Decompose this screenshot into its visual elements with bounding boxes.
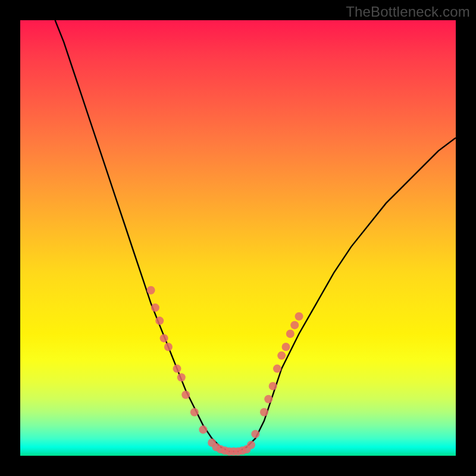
data-marker <box>160 334 168 342</box>
data-marker <box>190 408 199 416</box>
data-marker <box>199 425 207 434</box>
bottleneck-curve <box>55 20 456 452</box>
chart-svg <box>20 20 456 456</box>
data-marker <box>155 317 164 325</box>
data-marker <box>290 321 299 329</box>
curve-layer <box>55 20 456 452</box>
data-marker <box>173 365 181 373</box>
marker-layer <box>147 286 303 456</box>
data-marker <box>295 312 303 321</box>
data-marker <box>282 343 290 351</box>
data-marker <box>273 365 281 373</box>
data-marker <box>264 395 273 403</box>
data-marker <box>260 408 268 416</box>
data-marker <box>147 286 155 295</box>
data-marker <box>151 303 159 312</box>
data-marker <box>247 441 255 449</box>
data-marker <box>164 343 173 351</box>
data-marker <box>277 352 286 360</box>
chart-plot-area <box>20 20 456 456</box>
data-marker <box>177 373 186 381</box>
data-marker <box>269 382 277 390</box>
watermark-text: TheBottleneck.com <box>346 4 470 20</box>
chart-frame: TheBottleneck.com <box>0 0 476 476</box>
data-marker <box>251 430 259 438</box>
data-marker <box>286 330 295 338</box>
data-marker <box>181 391 190 399</box>
